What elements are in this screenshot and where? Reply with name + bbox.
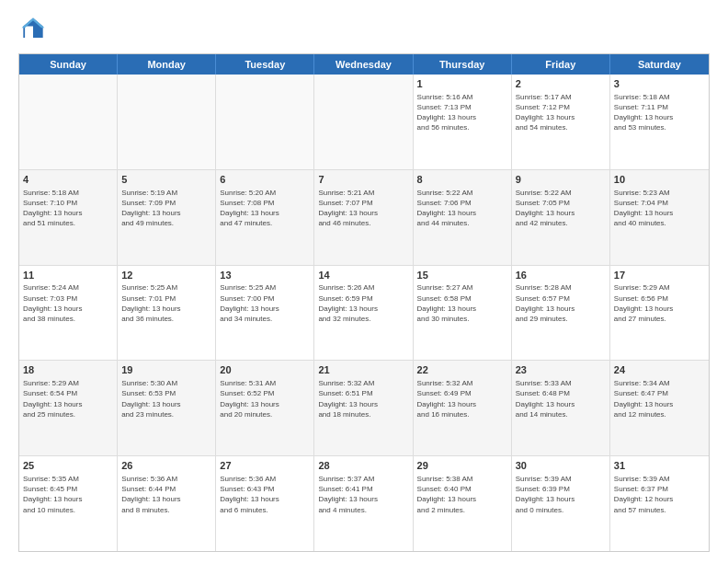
calendar-row-4: 25Sunrise: 5:35 AM Sunset: 6:45 PM Dayli… [19, 456, 709, 551]
day-number: 24 [614, 363, 705, 377]
day-info: Sunrise: 5:18 AM Sunset: 7:10 PM Dayligh… [23, 188, 113, 229]
day-info: Sunrise: 5:30 AM Sunset: 6:53 PM Dayligh… [121, 378, 211, 419]
day-cell-17: 17Sunrise: 5:29 AM Sunset: 6:56 PM Dayli… [610, 266, 709, 361]
day-number: 13 [220, 269, 310, 282]
day-cell-29: 29Sunrise: 5:38 AM Sunset: 6:40 PM Dayli… [414, 456, 512, 551]
day-info: Sunrise: 5:23 AM Sunset: 7:04 PM Dayligh… [614, 188, 705, 229]
day-info: Sunrise: 5:31 AM Sunset: 6:52 PM Dayligh… [220, 378, 310, 419]
day-info: Sunrise: 5:19 AM Sunset: 7:09 PM Dayligh… [121, 188, 211, 229]
day-info: Sunrise: 5:37 AM Sunset: 6:41 PM Dayligh… [318, 474, 408, 515]
empty-cell [216, 75, 314, 169]
day-info: Sunrise: 5:26 AM Sunset: 6:59 PM Dayligh… [318, 282, 408, 324]
day-cell-7: 7Sunrise: 5:21 AM Sunset: 7:07 PM Daylig… [314, 170, 413, 265]
day-cell-9: 9Sunrise: 5:22 AM Sunset: 7:05 PM Daylig… [512, 170, 610, 265]
logo-icon [18, 15, 48, 44]
day-info: Sunrise: 5:16 AM Sunset: 7:13 PM Dayligh… [417, 92, 507, 133]
day-info: Sunrise: 5:28 AM Sunset: 6:57 PM Dayligh… [516, 282, 606, 324]
day-cell-8: 8Sunrise: 5:22 AM Sunset: 7:06 PM Daylig… [414, 170, 512, 265]
empty-cell [19, 75, 118, 169]
day-info: Sunrise: 5:25 AM Sunset: 7:01 PM Dayligh… [121, 282, 211, 324]
day-info: Sunrise: 5:20 AM Sunset: 7:08 PM Dayligh… [220, 188, 310, 229]
day-number: 10 [614, 173, 705, 187]
day-info: Sunrise: 5:36 AM Sunset: 6:44 PM Dayligh… [121, 474, 211, 515]
day-cell-4: 4Sunrise: 5:18 AM Sunset: 7:10 PM Daylig… [19, 170, 118, 265]
day-cell-16: 16Sunrise: 5:28 AM Sunset: 6:57 PM Dayli… [512, 266, 610, 361]
day-number: 17 [614, 269, 705, 282]
day-info: Sunrise: 5:32 AM Sunset: 6:49 PM Dayligh… [417, 378, 507, 419]
weekday-header-monday: Monday [118, 54, 216, 75]
day-number: 21 [318, 363, 408, 377]
day-cell-20: 20Sunrise: 5:31 AM Sunset: 6:52 PM Dayli… [216, 361, 314, 455]
day-cell-27: 27Sunrise: 5:36 AM Sunset: 6:43 PM Dayli… [216, 456, 314, 551]
day-number: 6 [220, 173, 310, 187]
day-cell-23: 23Sunrise: 5:33 AM Sunset: 6:48 PM Dayli… [512, 361, 610, 455]
day-cell-22: 22Sunrise: 5:32 AM Sunset: 6:49 PM Dayli… [414, 361, 512, 455]
weekday-header-sunday: Sunday [19, 54, 118, 75]
day-cell-24: 24Sunrise: 5:34 AM Sunset: 6:47 PM Dayli… [610, 361, 709, 455]
day-cell-28: 28Sunrise: 5:37 AM Sunset: 6:41 PM Dayli… [314, 456, 413, 551]
day-cell-30: 30Sunrise: 5:39 AM Sunset: 6:39 PM Dayli… [512, 456, 610, 551]
day-info: Sunrise: 5:22 AM Sunset: 7:05 PM Dayligh… [516, 188, 606, 229]
weekday-header-wednesday: Wednesday [314, 54, 413, 75]
calendar-row-0: 1Sunrise: 5:16 AM Sunset: 7:13 PM Daylig… [19, 75, 709, 170]
day-cell-3: 3Sunrise: 5:18 AM Sunset: 7:11 PM Daylig… [610, 75, 709, 169]
weekday-header-thursday: Thursday [414, 54, 512, 75]
day-cell-13: 13Sunrise: 5:25 AM Sunset: 7:00 PM Dayli… [216, 266, 314, 361]
calendar: SundayMondayTuesdayWednesdayThursdayFrid… [18, 53, 710, 552]
calendar-row-3: 18Sunrise: 5:29 AM Sunset: 6:54 PM Dayli… [19, 361, 709, 456]
calendar-body: 1Sunrise: 5:16 AM Sunset: 7:13 PM Daylig… [19, 75, 709, 551]
day-number: 2 [516, 77, 606, 91]
day-info: Sunrise: 5:39 AM Sunset: 6:39 PM Dayligh… [516, 474, 606, 515]
day-number: 30 [516, 459, 606, 473]
day-info: Sunrise: 5:36 AM Sunset: 6:43 PM Dayligh… [220, 474, 310, 515]
day-number: 25 [23, 459, 113, 473]
day-info: Sunrise: 5:39 AM Sunset: 6:37 PM Dayligh… [614, 474, 705, 515]
day-number: 1 [417, 77, 507, 91]
day-number: 23 [516, 363, 606, 377]
day-number: 9 [516, 173, 606, 187]
calendar-row-1: 4Sunrise: 5:18 AM Sunset: 7:10 PM Daylig… [19, 170, 709, 266]
day-info: Sunrise: 5:33 AM Sunset: 6:48 PM Dayligh… [516, 378, 606, 419]
empty-cell [314, 75, 413, 169]
day-cell-2: 2Sunrise: 5:17 AM Sunset: 7:12 PM Daylig… [512, 75, 610, 169]
day-number: 5 [121, 173, 211, 187]
weekday-header-saturday: Saturday [610, 54, 709, 75]
header [18, 15, 710, 44]
day-info: Sunrise: 5:34 AM Sunset: 6:47 PM Dayligh… [614, 378, 705, 419]
day-cell-6: 6Sunrise: 5:20 AM Sunset: 7:08 PM Daylig… [216, 170, 314, 265]
day-number: 15 [417, 269, 507, 282]
day-cell-26: 26Sunrise: 5:36 AM Sunset: 6:44 PM Dayli… [118, 456, 216, 551]
svg-marker-0 [23, 18, 42, 38]
day-number: 26 [121, 459, 211, 473]
day-cell-15: 15Sunrise: 5:27 AM Sunset: 6:58 PM Dayli… [414, 266, 512, 361]
day-number: 4 [23, 173, 113, 187]
day-number: 29 [417, 459, 507, 473]
day-number: 22 [417, 363, 507, 377]
day-number: 12 [121, 269, 211, 282]
day-number: 11 [23, 269, 113, 282]
day-info: Sunrise: 5:17 AM Sunset: 7:12 PM Dayligh… [516, 92, 606, 133]
day-number: 20 [220, 363, 310, 377]
day-cell-10: 10Sunrise: 5:23 AM Sunset: 7:04 PM Dayli… [610, 170, 709, 265]
weekday-header-tuesday: Tuesday [216, 54, 314, 75]
empty-cell [118, 75, 216, 169]
day-cell-14: 14Sunrise: 5:26 AM Sunset: 6:59 PM Dayli… [314, 266, 413, 361]
day-cell-12: 12Sunrise: 5:25 AM Sunset: 7:01 PM Dayli… [118, 266, 216, 361]
day-info: Sunrise: 5:38 AM Sunset: 6:40 PM Dayligh… [417, 474, 507, 515]
day-cell-21: 21Sunrise: 5:32 AM Sunset: 6:51 PM Dayli… [314, 361, 413, 455]
day-info: Sunrise: 5:29 AM Sunset: 6:54 PM Dayligh… [23, 378, 113, 419]
day-cell-31: 31Sunrise: 5:39 AM Sunset: 6:37 PM Dayli… [610, 456, 709, 551]
day-number: 16 [516, 269, 606, 282]
day-number: 14 [318, 269, 408, 282]
day-number: 27 [220, 459, 310, 473]
calendar-row-2: 11Sunrise: 5:24 AM Sunset: 7:03 PM Dayli… [19, 266, 709, 362]
day-info: Sunrise: 5:29 AM Sunset: 6:56 PM Dayligh… [614, 282, 705, 324]
page: SundayMondayTuesdayWednesdayThursdayFrid… [0, 0, 728, 563]
day-cell-18: 18Sunrise: 5:29 AM Sunset: 6:54 PM Dayli… [19, 361, 118, 455]
day-number: 18 [23, 363, 113, 377]
day-info: Sunrise: 5:21 AM Sunset: 7:07 PM Dayligh… [318, 188, 408, 229]
day-cell-11: 11Sunrise: 5:24 AM Sunset: 7:03 PM Dayli… [19, 266, 118, 361]
day-info: Sunrise: 5:18 AM Sunset: 7:11 PM Dayligh… [614, 92, 705, 133]
day-cell-25: 25Sunrise: 5:35 AM Sunset: 6:45 PM Dayli… [19, 456, 118, 551]
day-number: 7 [318, 173, 408, 187]
